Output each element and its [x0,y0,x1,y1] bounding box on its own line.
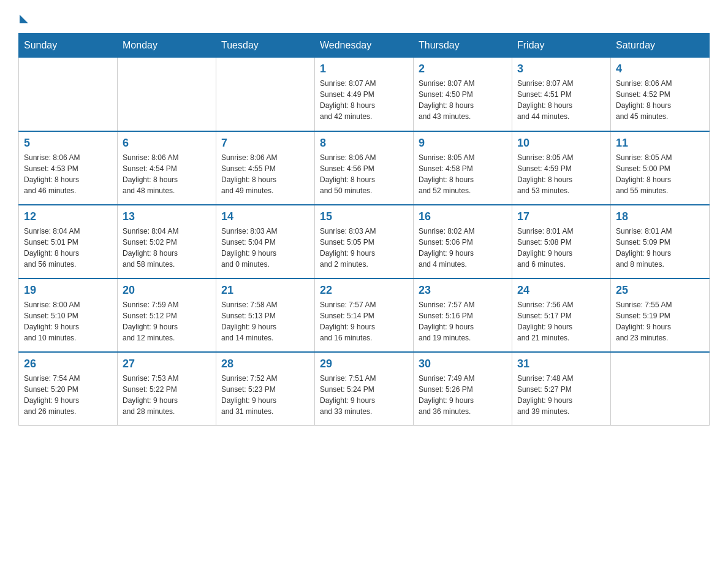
calendar-cell: 2Sunrise: 8:07 AMSunset: 4:50 PMDaylight… [414,58,512,131]
calendar-cell: 3Sunrise: 8:07 AMSunset: 4:51 PMDaylight… [512,58,611,131]
day-number: 18 [616,210,704,223]
calendar-cell: 22Sunrise: 7:57 AMSunset: 5:14 PMDayligh… [315,278,414,352]
day-number: 9 [419,137,507,150]
day-number: 23 [419,284,507,297]
day-number: 28 [221,358,309,370]
calendar-cell: 17Sunrise: 8:01 AMSunset: 5:08 PMDayligh… [512,205,611,278]
day-info: Sunrise: 8:05 AMSunset: 4:58 PMDaylight:… [419,152,507,196]
calendar-cell: 9Sunrise: 8:05 AMSunset: 4:58 PMDaylight… [414,131,512,205]
calendar-cell: 18Sunrise: 8:01 AMSunset: 5:09 PMDayligh… [611,205,710,278]
day-info: Sunrise: 8:06 AMSunset: 4:56 PMDaylight:… [320,152,408,196]
day-number: 31 [517,358,605,370]
calendar-cell: 24Sunrise: 7:56 AMSunset: 5:17 PMDayligh… [512,278,611,352]
calendar-cell: 31Sunrise: 7:48 AMSunset: 5:27 PMDayligh… [512,352,611,426]
day-info: Sunrise: 8:02 AMSunset: 5:06 PMDaylight:… [419,226,507,270]
day-info: Sunrise: 7:52 AMSunset: 5:23 PMDaylight:… [221,373,309,417]
calendar-week-row: 26Sunrise: 7:54 AMSunset: 5:20 PMDayligh… [19,352,710,426]
calendar-week-row: 5Sunrise: 8:06 AMSunset: 4:53 PMDaylight… [19,131,710,205]
calendar-cell: 25Sunrise: 7:55 AMSunset: 5:19 PMDayligh… [611,278,710,352]
day-number: 13 [123,210,211,223]
day-number: 7 [221,137,309,150]
calendar-cell: 5Sunrise: 8:06 AMSunset: 4:53 PMDaylight… [19,131,118,205]
day-info: Sunrise: 7:49 AMSunset: 5:26 PMDaylight:… [419,373,507,417]
day-number: 1 [320,63,408,75]
day-info: Sunrise: 8:03 AMSunset: 5:04 PMDaylight:… [221,226,309,270]
day-number: 27 [123,358,211,370]
day-number: 21 [221,284,309,297]
calendar-cell: 19Sunrise: 8:00 AMSunset: 5:10 PMDayligh… [19,278,118,352]
calendar-cell: 15Sunrise: 8:03 AMSunset: 5:05 PMDayligh… [315,205,414,278]
day-number: 16 [419,210,507,223]
calendar-cell: 21Sunrise: 7:58 AMSunset: 5:13 PMDayligh… [216,278,315,352]
calendar-cell [216,58,315,131]
calendar-cell: 23Sunrise: 7:57 AMSunset: 5:16 PMDayligh… [414,278,512,352]
day-header-tuesday: Tuesday [216,34,315,58]
day-number: 2 [419,63,507,75]
day-number: 12 [24,210,112,223]
day-info: Sunrise: 8:06 AMSunset: 4:55 PMDaylight:… [221,152,309,196]
calendar-cell: 4Sunrise: 8:06 AMSunset: 4:52 PMDaylight… [611,58,710,131]
calendar-cell: 26Sunrise: 7:54 AMSunset: 5:20 PMDayligh… [19,352,118,426]
day-header-friday: Friday [512,34,611,58]
calendar-week-row: 1Sunrise: 8:07 AMSunset: 4:49 PMDaylight… [19,58,710,131]
day-info: Sunrise: 7:56 AMSunset: 5:17 PMDaylight:… [517,299,605,343]
logo [18,12,28,21]
day-info: Sunrise: 7:55 AMSunset: 5:19 PMDaylight:… [616,299,704,343]
day-number: 11 [616,137,704,150]
calendar-cell: 27Sunrise: 7:53 AMSunset: 5:22 PMDayligh… [118,352,216,426]
calendar-cell: 20Sunrise: 7:59 AMSunset: 5:12 PMDayligh… [118,278,216,352]
day-number: 25 [616,284,704,297]
day-number: 24 [517,284,605,297]
day-info: Sunrise: 8:05 AMSunset: 5:00 PMDaylight:… [616,152,704,196]
calendar-header-row: SundayMondayTuesdayWednesdayThursdayFrid… [19,34,710,58]
day-info: Sunrise: 8:06 AMSunset: 4:52 PMDaylight:… [616,78,704,122]
day-number: 19 [24,284,112,297]
day-number: 15 [320,210,408,223]
calendar-cell: 13Sunrise: 8:04 AMSunset: 5:02 PMDayligh… [118,205,216,278]
day-info: Sunrise: 8:06 AMSunset: 4:54 PMDaylight:… [123,152,211,196]
day-info: Sunrise: 8:01 AMSunset: 5:09 PMDaylight:… [616,226,704,270]
day-number: 22 [320,284,408,297]
day-info: Sunrise: 8:00 AMSunset: 5:10 PMDaylight:… [24,299,112,343]
day-info: Sunrise: 7:59 AMSunset: 5:12 PMDaylight:… [123,299,211,343]
calendar-cell: 30Sunrise: 7:49 AMSunset: 5:26 PMDayligh… [414,352,512,426]
calendar-cell: 29Sunrise: 7:51 AMSunset: 5:24 PMDayligh… [315,352,414,426]
day-header-wednesday: Wednesday [315,34,414,58]
day-info: Sunrise: 7:57 AMSunset: 5:16 PMDaylight:… [419,299,507,343]
day-header-monday: Monday [118,34,216,58]
calendar-cell [611,352,710,426]
day-info: Sunrise: 8:03 AMSunset: 5:05 PMDaylight:… [320,226,408,270]
calendar-cell: 14Sunrise: 8:03 AMSunset: 5:04 PMDayligh… [216,205,315,278]
day-number: 20 [123,284,211,297]
day-header-saturday: Saturday [611,34,710,58]
calendar-cell: 7Sunrise: 8:06 AMSunset: 4:55 PMDaylight… [216,131,315,205]
day-info: Sunrise: 7:57 AMSunset: 5:14 PMDaylight:… [320,299,408,343]
day-number: 6 [123,137,211,150]
calendar-cell [19,58,118,131]
day-info: Sunrise: 7:58 AMSunset: 5:13 PMDaylight:… [221,299,309,343]
day-header-thursday: Thursday [414,34,512,58]
day-info: Sunrise: 7:53 AMSunset: 5:22 PMDaylight:… [123,373,211,417]
day-number: 26 [24,358,112,370]
day-info: Sunrise: 8:05 AMSunset: 4:59 PMDaylight:… [517,152,605,196]
calendar-cell: 16Sunrise: 8:02 AMSunset: 5:06 PMDayligh… [414,205,512,278]
day-number: 17 [517,210,605,223]
calendar-table: SundayMondayTuesdayWednesdayThursdayFrid… [18,33,710,426]
calendar-cell: 12Sunrise: 8:04 AMSunset: 5:01 PMDayligh… [19,205,118,278]
logo-arrow-icon [20,15,28,23]
day-number: 4 [616,63,704,75]
calendar-cell: 6Sunrise: 8:06 AMSunset: 4:54 PMDaylight… [118,131,216,205]
calendar-cell: 28Sunrise: 7:52 AMSunset: 5:23 PMDayligh… [216,352,315,426]
day-number: 30 [419,358,507,370]
day-info: Sunrise: 8:07 AMSunset: 4:49 PMDaylight:… [320,78,408,122]
day-info: Sunrise: 8:07 AMSunset: 4:51 PMDaylight:… [517,78,605,122]
page-header [18,12,710,21]
day-info: Sunrise: 8:04 AMSunset: 5:02 PMDaylight:… [123,226,211,270]
day-info: Sunrise: 8:01 AMSunset: 5:08 PMDaylight:… [517,226,605,270]
calendar-cell: 8Sunrise: 8:06 AMSunset: 4:56 PMDaylight… [315,131,414,205]
day-info: Sunrise: 7:51 AMSunset: 5:24 PMDaylight:… [320,373,408,417]
calendar-cell: 11Sunrise: 8:05 AMSunset: 5:00 PMDayligh… [611,131,710,205]
calendar-cell: 10Sunrise: 8:05 AMSunset: 4:59 PMDayligh… [512,131,611,205]
calendar-cell: 1Sunrise: 8:07 AMSunset: 4:49 PMDaylight… [315,58,414,131]
day-header-sunday: Sunday [19,34,118,58]
